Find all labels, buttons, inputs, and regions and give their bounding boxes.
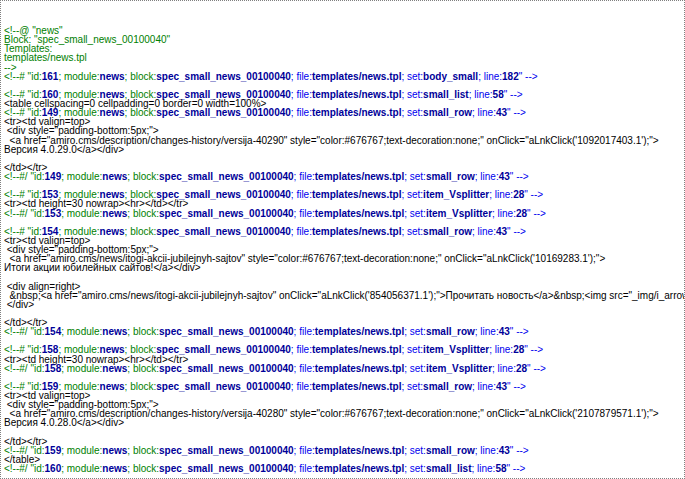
code-line: <!--#/ "id:154; module:news; block:spec_…: [4, 327, 683, 336]
code-segment: &nbsp;<a href="amiro.cms/news/itogi-akci…: [4, 290, 685, 301]
code-segment: ; line:: [472, 381, 496, 392]
code-segment: <!--#/ "id:: [4, 326, 45, 337]
code-segment: news: [102, 445, 127, 456]
code-segment: ; block:: [125, 107, 157, 118]
code-line: [4, 272, 683, 281]
code-segment: item_Vsplitter: [426, 208, 492, 219]
code-segment: 158: [45, 363, 62, 374]
code-segment: spec_small_news_00100040: [159, 326, 294, 337]
code-line: Templates:: [4, 44, 683, 53]
code-segment: ; module:: [61, 445, 102, 456]
code-segment: ; line:: [489, 189, 513, 200]
code-segment: item_Vsplitter: [423, 344, 489, 355]
code-line: </div>: [4, 300, 683, 309]
code-segment: ; block:: [125, 381, 157, 392]
code-segment: ; block:: [127, 463, 159, 474]
code-segment: news: [100, 381, 125, 392]
code-segment: ; module:: [58, 71, 99, 82]
code-segment: 153: [45, 208, 62, 219]
code-segment: <!--#/ "id:: [4, 208, 45, 219]
code-segment: " -->: [510, 171, 529, 182]
code-segment: small_list: [426, 463, 472, 474]
code-segment: ; line:: [478, 71, 502, 82]
code-segment: templates/news.tpl: [315, 463, 404, 474]
code-segment: ; file:: [294, 463, 315, 474]
code-segment: " -->: [510, 445, 529, 456]
code-segment: </div>: [4, 299, 34, 310]
code-segment: ; line:: [469, 89, 493, 100]
code-segment: ; set:: [401, 226, 423, 237]
code-line: <!--#/ "id:149; module:news; block:spec_…: [4, 172, 683, 181]
code-segment: ; set:: [401, 89, 423, 100]
code-segment: 43: [496, 226, 507, 237]
debug-source-view: <!--@ "news"Block: "spec_small_news_0010…: [0, 0, 685, 479]
code-segment: 58: [495, 463, 506, 474]
code-segment: 28: [513, 344, 524, 355]
code-segment: templates/news.tpl: [312, 107, 401, 118]
code-line: <!--#/ "id:159; module:news; block:spec_…: [4, 446, 683, 455]
code-segment: ; block:: [127, 363, 159, 374]
code-segment: " -->: [527, 208, 546, 219]
code-segment: spec_small_news_00100040: [156, 71, 291, 82]
code-segment: ; file:: [294, 445, 315, 456]
code-segment: 28: [513, 189, 524, 200]
code-segment: ; file:: [291, 107, 312, 118]
code-segment: ; line:: [492, 208, 516, 219]
code-segment: " -->: [510, 326, 529, 337]
code-segment: 149: [45, 171, 62, 182]
code-segment: ; module:: [61, 326, 102, 337]
code-segment: templates/news.tpl: [312, 71, 401, 82]
code-segment: ; set:: [404, 171, 426, 182]
code-segment: ; file:: [294, 171, 315, 182]
code-segment: 160: [45, 463, 62, 474]
code-segment: spec_small_news_00100040: [159, 208, 294, 219]
code-segment: ; file:: [291, 71, 312, 82]
code-segment: spec_small_news_00100040: [159, 363, 294, 374]
code-line: [4, 154, 683, 163]
code-segment: small_row: [426, 326, 475, 337]
code-segment: " -->: [504, 89, 523, 100]
code-segment: small_row: [426, 445, 475, 456]
code-segment: ; set:: [401, 189, 423, 200]
code-segment: templates/news.tpl: [315, 208, 404, 219]
code-line: <!--# "id:149; module:news; block:spec_s…: [4, 108, 683, 117]
code-segment: ; file:: [294, 363, 315, 374]
code-segment: spec_small_news_00100040: [159, 463, 294, 474]
code-segment: ; line:: [472, 107, 496, 118]
code-line: <!--#/ "id:158; module:news; block:spec_…: [4, 364, 683, 373]
code-line: &nbsp;<a href="amiro.cms/news/itogi-akci…: [4, 291, 683, 300]
code-segment: small_row: [423, 226, 472, 237]
code-segment: 43: [499, 326, 510, 337]
code-segment: news: [100, 107, 125, 118]
code-segment: news: [100, 71, 125, 82]
code-segment: ; set:: [401, 71, 423, 82]
code-segment: templates/news.tpl: [312, 381, 401, 392]
code-segment: ; file:: [291, 226, 312, 237]
code-segment: 43: [499, 445, 510, 456]
code-segment: ; line:: [475, 445, 499, 456]
code-line: <!--#/ "id:153; module:news; block:spec_…: [4, 209, 683, 218]
code-segment: " -->: [507, 107, 526, 118]
code-segment: ; line:: [475, 326, 499, 337]
code-line: <!--#/ "id:160; module:news; block:spec_…: [4, 464, 683, 473]
code-segment: ; module:: [61, 171, 102, 182]
code-segment: templates/news.tpl: [312, 189, 401, 200]
code-line: templates/news.tpl: [4, 53, 683, 62]
code-segment: ; module:: [61, 363, 102, 374]
code-segment: <!--#/ "id:: [4, 363, 45, 374]
code-segment: ; file:: [294, 208, 315, 219]
code-segment: body_small: [423, 71, 478, 82]
code-line: <!--# "id:161; module:news; block:spec_s…: [4, 72, 683, 81]
code-segment: news: [102, 208, 127, 219]
code-segment: <!--# "id:: [4, 71, 42, 82]
code-segment: 28: [516, 208, 527, 219]
code-line: [4, 473, 683, 479]
code-segment: templates/news.tpl: [312, 226, 401, 237]
code-segment: spec_small_news_00100040: [156, 226, 291, 237]
code-segment: ; set:: [404, 445, 426, 456]
code-segment: ; line:: [472, 226, 496, 237]
code-segment: 182: [502, 71, 519, 82]
code-segment: ; line:: [471, 463, 495, 474]
code-segment: small_row: [426, 171, 475, 182]
code-segment: 159: [45, 445, 62, 456]
